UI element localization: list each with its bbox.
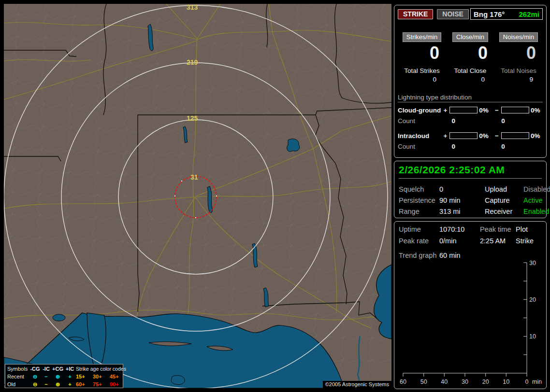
ic-minus-pct: 0% bbox=[531, 132, 543, 140]
ic-minus-bar bbox=[501, 132, 529, 139]
symbols-legend: Symbols -CG -IC +CG +IC Strike age color… bbox=[5, 364, 123, 388]
bearing-distance: 262mi bbox=[519, 10, 539, 18]
recent-pos-ic-icon: + bbox=[64, 373, 76, 380]
age-45: 45+ bbox=[110, 373, 126, 380]
ytick-20: 20 bbox=[529, 296, 536, 303]
old-neg-ic-icon: − bbox=[41, 381, 52, 388]
ytick-10: 10 bbox=[529, 333, 536, 340]
peak-rate-value: 0/min bbox=[439, 237, 480, 245]
ic-plus-bar bbox=[449, 132, 478, 139]
age-90: 90+ bbox=[110, 381, 126, 388]
legend-row-recent-label: Recent bbox=[7, 373, 29, 380]
upload-label: Upload bbox=[485, 185, 523, 193]
age-15: 15+ bbox=[76, 373, 93, 380]
status-panel: 2/26/2026 2:25:02 AM Squelch 0 Upload Di… bbox=[394, 161, 547, 218]
xtick-0: 0 bbox=[525, 378, 529, 385]
intracloud-label: Intracloud bbox=[398, 132, 443, 140]
close-per-min-button[interactable]: Close/min bbox=[452, 32, 488, 42]
xtick-10: 10 bbox=[503, 378, 509, 385]
legend-col-pos-cg: +CG bbox=[52, 365, 64, 373]
distribution-title: Lightning type distribution bbox=[398, 94, 543, 102]
receiver-status: Enabled bbox=[523, 208, 550, 215]
legend-col-neg-ic: -IC bbox=[41, 365, 52, 373]
uptime-label: Uptime bbox=[399, 225, 439, 233]
trend-graph-chart: 30 20 10 60 50 40 30 20 10 0 min bbox=[399, 260, 544, 387]
legend-col-pos-ic: +IC bbox=[64, 365, 76, 373]
xtick-30: 30 bbox=[462, 378, 468, 385]
xtick-60: 60 bbox=[400, 378, 406, 385]
minus-sign: − bbox=[494, 132, 500, 140]
ring-label-313: 313 bbox=[187, 4, 198, 11]
range-label: Range bbox=[399, 208, 439, 215]
capture-status: Active bbox=[523, 196, 550, 204]
plus-sign: + bbox=[443, 132, 449, 140]
trend-graph-label: Trend graph bbox=[399, 252, 439, 259]
cg-minus-count: 0 bbox=[493, 117, 543, 125]
peak-time-label: Peak time bbox=[480, 225, 516, 233]
copyright-label: ©2005 Astrogenic Systems bbox=[323, 381, 391, 388]
legend-symbols-header: Symbols bbox=[7, 365, 29, 373]
recent-neg-cg-icon: ⊖ bbox=[29, 373, 41, 380]
persistence-label: Persistence bbox=[399, 196, 439, 204]
trend-graph-value: 60 min bbox=[439, 252, 542, 259]
peak-time-value: 2:25 AM bbox=[480, 237, 516, 245]
old-pos-cg-icon: ⊕ bbox=[52, 381, 64, 388]
strike-counters-panel: STRIKE NOISE Bng 176° 262mi Strikes/min … bbox=[394, 5, 547, 158]
total-strikes-value: 0 bbox=[398, 76, 446, 83]
cg-plus-count: 0 bbox=[444, 117, 493, 125]
ring-label-31: 31 bbox=[190, 173, 198, 181]
squelch-label: Squelch bbox=[399, 185, 439, 193]
legend-row-old-label: Old bbox=[7, 381, 29, 388]
x-unit-label: min bbox=[532, 378, 542, 385]
squelch-value: 0 bbox=[439, 185, 485, 193]
persistence-value: 90 min bbox=[439, 196, 485, 204]
recent-pos-cg-icon: ⊕ bbox=[52, 373, 64, 380]
total-close-label: Total Close bbox=[446, 67, 494, 74]
count-label: Count bbox=[398, 117, 444, 125]
capture-label: Capture bbox=[485, 196, 523, 204]
cg-minus-bar bbox=[501, 107, 529, 113]
close-per-min-value: 0 bbox=[446, 44, 494, 62]
noises-per-min-button[interactable]: Noises/min bbox=[499, 32, 538, 42]
xtick-40: 40 bbox=[441, 378, 448, 385]
upload-status: Disabled bbox=[523, 185, 550, 193]
count-label: Count bbox=[398, 143, 444, 150]
bearing-label: Bng 176° bbox=[474, 10, 505, 18]
xtick-20: 20 bbox=[482, 378, 489, 385]
noise-button[interactable]: NOISE bbox=[437, 9, 469, 19]
age-30: 30+ bbox=[93, 373, 110, 380]
strikes-per-min-button[interactable]: Strikes/min bbox=[403, 32, 441, 42]
cloud-ground-label: Cloud-ground bbox=[398, 107, 443, 114]
strike-button[interactable]: STRIKE bbox=[398, 9, 433, 19]
ic-minus-count: 0 bbox=[493, 143, 543, 150]
strikes-per-min-value: 0 bbox=[398, 44, 446, 62]
datetime-display: 2/26/2026 2:25:02 AM bbox=[399, 164, 542, 179]
plus-sign: + bbox=[443, 107, 449, 114]
cloud-ground-row: Cloud-ground + 0% − 0% bbox=[398, 107, 543, 114]
intracloud-row: Intracloud + 0% − 0% bbox=[398, 132, 543, 140]
map-display[interactable]: 313 219 125 31 Symbols -CG -IC +CG +IC S… bbox=[4, 4, 391, 388]
ytick-30: 30 bbox=[529, 260, 536, 266]
receiver-label: Receiver bbox=[485, 208, 523, 215]
noises-per-min-value: 0 bbox=[494, 44, 543, 62]
age-60: 60+ bbox=[76, 381, 93, 388]
ring-label-219: 219 bbox=[187, 58, 198, 66]
total-noises-label: Total Noises bbox=[494, 67, 543, 74]
bearing-display: Bng 176° 262mi bbox=[470, 8, 543, 20]
cloud-ground-count-row: Count 0 0 bbox=[398, 117, 543, 125]
range-value: 313 mi bbox=[439, 208, 485, 215]
total-strikes-label: Total Strikes bbox=[398, 67, 446, 74]
plot-label: Plot bbox=[516, 225, 542, 233]
ring-label-125: 125 bbox=[187, 114, 198, 122]
peak-rate-label: Peak rate bbox=[399, 237, 439, 245]
age-75: 75+ bbox=[93, 381, 110, 388]
total-noises-value: 9 bbox=[494, 76, 543, 83]
ic-plus-count: 0 bbox=[444, 143, 493, 150]
total-close-value: 0 bbox=[446, 76, 494, 83]
legend-col-neg-cg: -CG bbox=[29, 365, 41, 373]
map-canvas: 313 219 125 31 bbox=[4, 4, 391, 388]
cg-plus-bar bbox=[449, 107, 478, 113]
uptime-value: 1070:10 bbox=[439, 225, 480, 233]
intracloud-count-row: Count 0 0 bbox=[398, 143, 543, 150]
cg-minus-pct: 0% bbox=[531, 107, 543, 114]
